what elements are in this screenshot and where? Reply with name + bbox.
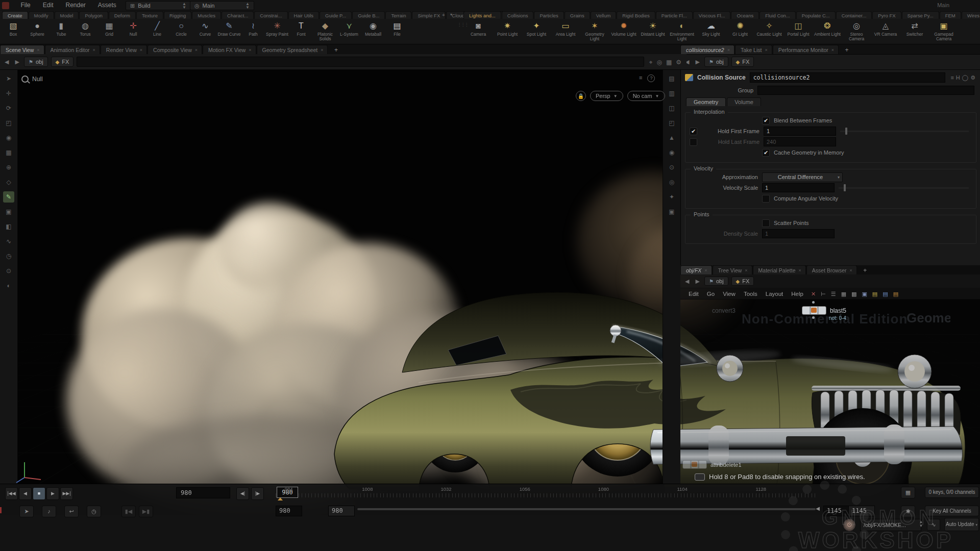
shelf-tab[interactable]: Create: [2, 11, 28, 19]
network-menu[interactable]: Help: [787, 290, 807, 298]
shelf-tool[interactable]: ✦Spot Light: [522, 20, 551, 37]
toolbar-icon[interactable]: ⟳: [3, 103, 14, 114]
shelf-tool[interactable]: ⇄Switcher: [900, 20, 929, 37]
toolbar-icon[interactable]: ▥: [666, 88, 677, 99]
shelf-tab[interactable]: Hair Utils: [288, 11, 320, 19]
shelf-tool[interactable]: ▤File: [385, 20, 409, 37]
node-output-dot[interactable]: [812, 316, 815, 319]
realtime-icon[interactable]: ◷: [87, 506, 101, 517]
shelf-tab[interactable]: Modify: [29, 11, 54, 19]
network-toolbar-icon[interactable]: ▩: [849, 291, 859, 297]
shelf-tool[interactable]: ◐Environment Light: [668, 20, 696, 41]
close-tab-icon[interactable]: ×: [37, 47, 39, 53]
network-toolbar-icon[interactable]: ▤: [880, 291, 890, 297]
shelf-tool[interactable]: ✹Volume Light: [609, 20, 638, 37]
network-menu[interactable]: Layout: [762, 290, 788, 298]
close-tab-icon[interactable]: ×: [849, 268, 852, 273]
shelf-menu-button[interactable]: ▾: [448, 12, 454, 17]
back-icon[interactable]: ◀: [683, 278, 691, 285]
toolbar-icon[interactable]: ◐: [3, 280, 14, 291]
param-checkbox[interactable]: [762, 219, 770, 227]
toolbar-icon[interactable]: ◷: [3, 251, 14, 262]
close-tab-icon[interactable]: ×: [704, 268, 707, 273]
shelf-tab[interactable]: Guide B...: [352, 11, 385, 19]
shelf-tool[interactable]: ✳Spray Paint: [265, 20, 289, 37]
close-tab-icon[interactable]: ×: [249, 47, 251, 53]
play-back-button[interactable]: ◀: [19, 487, 32, 500]
shelf-tab[interactable]: Sparse Py...: [902, 11, 939, 19]
toolbar-icon[interactable]: ▣: [666, 206, 677, 217]
new-tab-button[interactable]: +: [331, 46, 341, 54]
shelf-tab[interactable]: Grains: [565, 11, 590, 19]
shelf-tool[interactable]: ◫Portal Light: [784, 20, 813, 37]
close-tab-icon[interactable]: ×: [321, 47, 323, 53]
network-toolbar-icon[interactable]: ▣: [859, 291, 869, 297]
network-canvas[interactable]: Non-Commercial Edition Geometry convert3…: [680, 299, 980, 484]
toolbar-icon[interactable]: ⊙: [3, 265, 14, 277]
go-end-button[interactable]: ▶▶|: [60, 487, 73, 500]
shelf-tab[interactable]: Lights and...: [463, 11, 501, 19]
network-menu[interactable]: Tools: [740, 290, 762, 298]
keys-status-button[interactable]: 0 keys, 0/0 channels: [925, 487, 979, 498]
param-field[interactable]: 240: [764, 137, 836, 146]
shelf-tool[interactable]: TFont: [289, 20, 313, 37]
pane-tab[interactable]: Animation Editor×: [45, 45, 100, 54]
node-shape[interactable]: [802, 306, 826, 315]
shelf-tool[interactable]: ◍Torus: [74, 20, 97, 37]
pathbar-icon[interactable]: ◎: [654, 59, 664, 66]
shelf-tab[interactable]: FEM: [940, 11, 961, 19]
toolbar-icon[interactable]: ▲: [666, 132, 677, 143]
network-toolbar-icon[interactable]: ▦: [839, 291, 849, 297]
new-tab-button[interactable]: +: [860, 267, 870, 274]
shelf-tab[interactable]: Polygon: [79, 11, 108, 19]
param-header-icon[interactable]: ≡: [949, 74, 954, 81]
toolbar-icon[interactable]: ◰: [666, 117, 677, 129]
shelf-tab[interactable]: Model: [55, 11, 79, 19]
shelf-tab[interactable]: Wires: [962, 11, 980, 19]
node-shape[interactable]: [682, 460, 707, 469]
auto-update-button[interactable]: Auto Update ▾: [944, 518, 979, 531]
folder-tab[interactable]: Geometry: [686, 97, 726, 106]
network-context-selector[interactable]: /obj/FX/SMOKE...: [860, 519, 921, 531]
network-toolbar-icon[interactable]: ▤: [870, 291, 880, 297]
close-tab-icon[interactable]: ×: [745, 268, 747, 273]
param-dropdown[interactable]: Central Difference: [762, 172, 843, 182]
shelf-tab[interactable]: Guide P...: [320, 11, 352, 19]
shelf-tool[interactable]: ▧Box: [2, 20, 25, 37]
shelf-tab[interactable]: Terrain: [385, 11, 411, 19]
shelf-tool[interactable]: ✧Caustic Light: [755, 20, 783, 37]
shelf-tool[interactable]: ◙Camera: [464, 20, 493, 37]
param-checkbox[interactable]: ✔: [762, 149, 770, 157]
shelf-tool[interactable]: ⋎L-System: [337, 20, 361, 37]
toolbar-icon[interactable]: ➤: [3, 73, 14, 84]
desktop-selector[interactable]: ⊞ Build▲▼: [126, 1, 191, 10]
range-end-field[interactable]: 1145: [848, 506, 875, 516]
network-menu[interactable]: Edit: [684, 290, 703, 298]
stop-button[interactable]: ■: [33, 487, 45, 500]
radial-menu-selector[interactable]: ◎ Main▲▼: [190, 1, 254, 10]
back-icon[interactable]: ◀: [3, 59, 10, 65]
shelf-tab[interactable]: Vellum: [591, 11, 617, 19]
close-tab-icon[interactable]: ×: [93, 47, 95, 53]
shelf-tool[interactable]: ✎Draw Curve: [217, 20, 241, 37]
pathbar-icon[interactable]: ⚙: [674, 59, 683, 66]
network-toolbar-icon[interactable]: ✕: [808, 291, 818, 297]
shelf-tool[interactable]: ✷Point Light: [493, 20, 522, 37]
shelf-tab[interactable]: Muscles: [192, 11, 221, 19]
param-enable-checkbox[interactable]: ✔: [690, 128, 697, 135]
pane-tab[interactable]: Render View×: [101, 45, 147, 54]
lasso-icon[interactable]: ∿: [927, 519, 940, 531]
brain-gear-icon[interactable]: ⚙: [843, 519, 855, 531]
shelf-tool[interactable]: ○Circle: [169, 20, 193, 37]
network-toolbar-icon[interactable]: ☰: [828, 291, 839, 297]
shelf-tool[interactable]: ✛Null: [121, 20, 145, 37]
pane-tab[interactable]: Tree View×: [713, 265, 752, 274]
shelf-tab[interactable]: Deform: [109, 11, 136, 19]
shelf-tool[interactable]: ▣Gamepad Camera: [929, 20, 958, 41]
playback-start-field[interactable]: 980: [328, 506, 355, 516]
shelf-tab[interactable]: Constrai...: [254, 11, 287, 19]
param-enable-checkbox[interactable]: [690, 138, 697, 146]
shelf-tool[interactable]: ∿Curve: [193, 20, 217, 37]
next-key-icon[interactable]: ▶▮: [139, 506, 153, 517]
param-header-icon[interactable]: ⚙: [969, 74, 976, 81]
